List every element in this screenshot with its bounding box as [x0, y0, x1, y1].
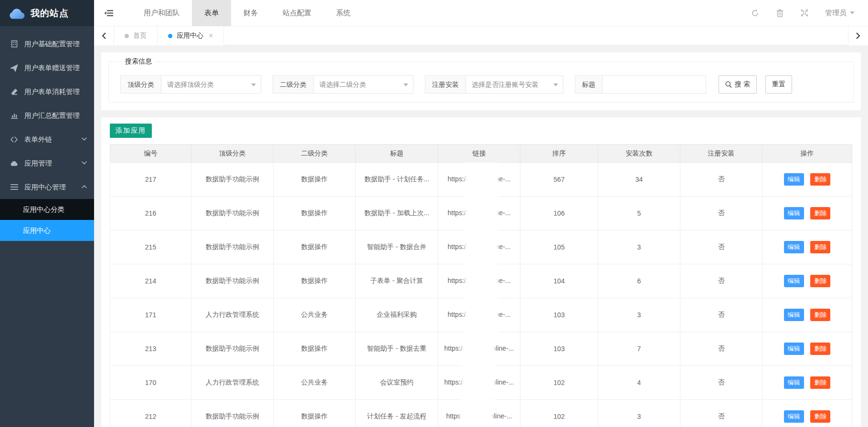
register-install-select[interactable]: 选择是否注册账号安装 [466, 75, 563, 94]
nav-item-system[interactable]: 系统 [324, 0, 363, 26]
chevron-down-icon [403, 83, 408, 86]
cell-register-install: 否 [680, 264, 762, 298]
sidebar-item-app-center[interactable]: 应用中心 [0, 220, 94, 241]
refresh-icon[interactable] [751, 9, 759, 17]
censored-region [465, 163, 498, 197]
site-name: 我的站点 [31, 7, 69, 20]
top-category-select[interactable]: 请选择顶级分类 [161, 75, 261, 94]
sidebar-item-label: 表单外链 [24, 135, 52, 144]
collapse-sidebar-icon[interactable] [94, 0, 123, 26]
edit-button[interactable]: 编辑 [784, 309, 804, 321]
nav-item-finance[interactable]: 财务 [231, 0, 270, 26]
delete-button[interactable]: 删除 [810, 376, 830, 389]
table-panel: 添加应用 编号 顶级分类 二级分类 标题 链接 排序 安装次数 注册安装 操作 [101, 117, 861, 427]
cell-installs: 3 [598, 400, 680, 427]
delete-button[interactable]: 删除 [810, 173, 830, 186]
add-app-button[interactable]: 添加应用 [110, 124, 152, 138]
cell-register-install: 否 [680, 366, 762, 400]
cell-register-install: 否 [680, 197, 762, 230]
edit-button[interactable]: 编辑 [784, 207, 804, 219]
search-button[interactable]: 搜 索 [719, 75, 757, 94]
cell-sort: 105 [520, 230, 598, 264]
sidebar-item-app-manage[interactable]: 应用管理 [0, 151, 94, 175]
top-category-group: 顶级分类 请选择顶级分类 [120, 75, 261, 94]
user-menu-label: 管理员 [825, 9, 847, 18]
cell-sort: 102 [520, 400, 598, 427]
register-install-label: 注册安装 [425, 75, 466, 94]
chevron-down-icon [251, 83, 256, 86]
cloud-icon [10, 159, 18, 167]
sidebar-item-label: 用户表单赠送管理 [24, 63, 80, 73]
edit-button[interactable]: 编辑 [784, 376, 804, 389]
reset-button[interactable]: 重置 [765, 75, 792, 94]
col-sub-category: 二级分类 [274, 145, 356, 163]
sidebar-item-app-center-category[interactable]: 应用中心分类 [0, 199, 94, 220]
search-panel: 搜索信息 顶级分类 请选择顶级分类 二级分类 请选择二级分类 [101, 52, 861, 110]
delete-button[interactable]: 删除 [810, 207, 830, 219]
user-menu[interactable]: 管理员 [825, 9, 855, 18]
edit-button[interactable]: 编辑 [784, 173, 804, 186]
censored-region [465, 298, 498, 333]
edit-button[interactable]: 编辑 [784, 410, 804, 423]
register-install-group: 注册安装 选择是否注册账号安装 [425, 75, 563, 94]
censored-region [465, 197, 498, 231]
cloud-logo-icon [8, 7, 26, 20]
cell-sort: 104 [520, 264, 598, 298]
tab-scroll-right-icon[interactable] [848, 26, 868, 45]
nav-item-forms[interactable]: 表单 [192, 0, 231, 26]
sub-category-select[interactable]: 请选择二级分类 [313, 75, 413, 94]
delete-button[interactable]: 删除 [810, 275, 830, 287]
tab-scroll-left-icon[interactable] [94, 26, 114, 45]
chevron-down-icon [553, 83, 558, 86]
cell-id: 215 [110, 230, 191, 264]
submenu-item-label: 应用中心分类 [23, 205, 64, 214]
cell-register-install: 否 [680, 400, 762, 427]
sidebar-item-form-links[interactable]: 表单外链 [0, 127, 94, 151]
censored-region [462, 332, 495, 366]
edit-button[interactable]: 编辑 [784, 275, 804, 287]
edit-button[interactable]: 编辑 [784, 241, 804, 253]
delete-button[interactable]: 删除 [810, 309, 830, 321]
cell-sub-category: 公共业务 [274, 366, 356, 400]
main-content: 搜索信息 顶级分类 请选择顶级分类 二级分类 请选择二级分类 [94, 46, 868, 427]
close-icon[interactable]: × [209, 31, 213, 40]
cell-sort: 567 [520, 163, 598, 197]
cell-top-category: 数据助手功能示例 [191, 264, 274, 298]
cell-link: https:nline-... [438, 400, 520, 427]
edit-button[interactable]: 编辑 [784, 343, 804, 355]
sidebar-item-summary-config[interactable]: 用户汇总配置管理 [0, 104, 94, 127]
delete-button[interactable]: 删除 [810, 241, 830, 253]
cell-id: 216 [110, 197, 191, 230]
nav-item-site-config[interactable]: 站点配置 [270, 0, 324, 26]
cell-title: 数据助手 - 计划任务... [356, 163, 438, 197]
cell-top-category: 人力行政管理系统 [191, 366, 274, 400]
sidebar: 我的站点 用户基础配置管理 用户表单赠送管理 用户表单消耗管理 用户汇总配置管理 [0, 0, 94, 427]
eraser-icon [10, 88, 18, 96]
sidebar-item-app-center-manage[interactable]: 应用中心管理 [0, 175, 94, 199]
cell-link: https://nline-... [438, 332, 520, 366]
col-title: 标题 [356, 145, 438, 163]
cell-register-install: 否 [680, 230, 762, 264]
fullscreen-icon[interactable] [800, 9, 809, 17]
tab-home[interactable]: 首页 [114, 26, 158, 45]
cell-id: 171 [110, 298, 191, 332]
trash-icon[interactable] [775, 9, 784, 17]
search-fieldset: 搜索信息 顶级分类 请选择顶级分类 二级分类 请选择二级分类 [108, 57, 854, 103]
cell-actions: 编辑 删除 [762, 230, 852, 264]
tab-app-center[interactable]: 应用中心 × [158, 26, 224, 45]
col-top-category: 顶级分类 [191, 145, 274, 163]
nav-item-users-teams[interactable]: 用户和团队 [131, 0, 192, 26]
col-actions: 操作 [762, 145, 852, 163]
cell-sub-category: 数据操作 [274, 163, 356, 197]
title-input[interactable] [602, 75, 706, 94]
list-icon [10, 183, 18, 191]
site-logo[interactable]: 我的站点 [0, 0, 94, 26]
sidebar-item-user-base-config[interactable]: 用户基础配置管理 [0, 32, 94, 56]
cell-installs: 4 [598, 366, 680, 400]
delete-button[interactable]: 删除 [810, 410, 830, 423]
delete-button[interactable]: 删除 [810, 343, 830, 355]
col-id: 编号 [110, 145, 191, 163]
sidebar-item-form-consume[interactable]: 用户表单消耗管理 [0, 80, 94, 104]
sidebar-item-form-gift[interactable]: 用户表单赠送管理 [0, 56, 94, 80]
cell-sub-category: 数据操作 [274, 230, 356, 264]
